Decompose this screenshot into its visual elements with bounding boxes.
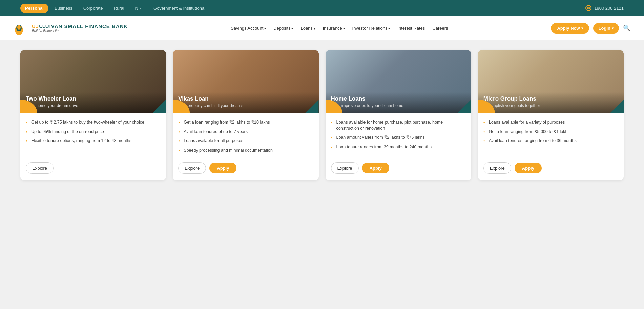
header-nav-deposits[interactable]: Deposits [270,24,296,33]
card-subtitle-micro-group-loans: Accomplish your goals together [483,103,618,108]
card-title-vikas-loan: Vikas Loan [178,95,313,102]
card-title-area-home-loans: Home LoansOwn, improve or build your dre… [326,92,471,113]
card-two-wheeler-loan: Two Wheeler LoanBring home your dream dr… [20,50,166,180]
card-micro-group-loans: Micro Group LoansAccomplish your goals t… [478,50,624,180]
top-nav-item-personal[interactable]: Personal [20,4,48,13]
top-banner-right: ☎ 1800 208 2121 [585,5,624,11]
top-nav-item-nri[interactable]: NRI [130,4,147,13]
card-features-home-loans: Loans available for home purchase, plot … [331,119,466,150]
header-nav-careers[interactable]: Careers [429,24,451,33]
card-feature-item: Loans available for home purchase, plot … [331,119,466,131]
top-nav-item-rural[interactable]: Rural [109,4,129,13]
phone-icon: ☎ [585,5,591,11]
apply-button-vikas-loan[interactable]: Apply [209,163,236,173]
header: UJUJJIVAN SMALL FINANCE BANK Build a Bet… [0,16,644,40]
header-nav-loans[interactable]: Loans [297,24,318,33]
card-title-area-two-wheeler-loan: Two Wheeler LoanBring home your dream dr… [20,92,166,113]
header-nav-investor-relations[interactable]: Investor Relations [349,24,394,33]
header-nav-interest-rates[interactable]: Interest Rates [394,24,428,33]
apply-now-button[interactable]: Apply Now [551,23,589,34]
login-button[interactable]: Login [593,23,619,34]
top-banner: PersonalBusinessCorporateRuralNRIGovernm… [0,0,644,16]
card-actions-home-loans: ExploreApply [331,162,466,174]
card-title-area-micro-group-loans: Micro Group LoansAccomplish your goals t… [478,92,624,113]
card-feature-item: Loan tenure ranges from 39 months to 240… [331,144,466,150]
card-home-loans: Home LoansOwn, improve or build your dre… [326,50,471,180]
explore-button-vikas-loan[interactable]: Explore [178,162,206,174]
card-image-home-loans: Home LoansOwn, improve or build your dre… [326,50,471,113]
card-feature-item: Get a loan ranging from ₹2 lakhs to ₹10 … [178,119,313,126]
header-right: Apply Now Login 🔍 [551,23,630,34]
card-actions-vikas-loan: ExploreApply [178,162,313,174]
apply-button-micro-group-loans[interactable]: Apply [515,163,542,173]
card-feature-item: Flexible tenure options, ranging from 12… [26,138,161,144]
card-subtitle-vikas-loan: Your property can fulfill your dreams [178,103,313,108]
top-nav-item-government-&-institutional[interactable]: Government & Institutional [149,4,210,13]
search-icon[interactable]: 🔍 [623,24,630,32]
card-feature-item: Avail loan tenures of up to 7 years [178,129,313,135]
svg-point-3 [17,25,21,30]
card-subtitle-home-loans: Own, improve or build your dream home [331,103,466,108]
card-features-micro-group-loans: Loans available for a variety of purpose… [483,119,618,144]
header-nav-savings-account[interactable]: Savings Account [227,24,269,33]
main-content: Two Wheeler LoanBring home your dream dr… [0,40,644,309]
logo-tagline: Build a Better Life [32,29,128,33]
logo-name: UJUJJIVAN SMALL FINANCE BANK [32,23,128,29]
card-features-vikas-loan: Get a loan ranging from ₹2 lakhs to ₹10 … [178,119,313,153]
card-title-two-wheeler-loan: Two Wheeler Loan [26,95,161,102]
top-banner-nav: PersonalBusinessCorporateRuralNRIGovernm… [20,4,210,13]
card-actions-micro-group-loans: ExploreApply [483,162,618,174]
cards-grid: Two Wheeler LoanBring home your dream dr… [20,50,624,180]
phone-number: 1800 208 2121 [594,6,624,11]
card-image-micro-group-loans: Micro Group LoansAccomplish your goals t… [478,50,624,113]
top-nav-item-corporate[interactable]: Corporate [79,4,108,13]
card-feature-item: Get a loan ranging from ₹5,000 to ₹1 lak… [483,129,618,135]
card-feature-item: Up to 95% funding of the on-road price [26,129,161,135]
logo-text: UJUJJIVAN SMALL FINANCE BANK Build a Bet… [32,23,128,33]
card-actions-two-wheeler-loan: Explore [26,162,161,174]
card-image-two-wheeler-loan: Two Wheeler LoanBring home your dream dr… [20,50,166,113]
card-title-area-vikas-loan: Vikas LoanYour property can fulfill your… [173,92,318,113]
card-feature-item: Loans available for a variety of purpose… [483,119,618,126]
explore-button-home-loans[interactable]: Explore [331,162,359,174]
card-vikas-loan: Vikas LoanYour property can fulfill your… [173,50,318,180]
header-nav-insurance[interactable]: Insurance [319,24,348,33]
card-feature-item: Loan amount varies from ₹2 lakhs to ₹75 … [331,135,466,141]
card-title-home-loans: Home Loans [331,95,466,102]
apply-button-home-loans[interactable]: Apply [362,163,389,173]
card-feature-item: Loans available for all purposes [178,138,313,144]
card-feature-item: Get up to ₹ 2.75 lakhs to buy the two-wh… [26,119,161,126]
header-nav: Savings AccountDepositsLoansInsuranceInv… [227,24,451,33]
card-image-vikas-loan: Vikas LoanYour property can fulfill your… [173,50,318,113]
explore-button-two-wheeler-loan[interactable]: Explore [26,162,54,174]
card-subtitle-two-wheeler-loan: Bring home your dream drive [26,103,161,108]
logo: UJUJJIVAN SMALL FINANCE BANK Build a Bet… [14,21,128,36]
card-features-two-wheeler-loan: Get up to ₹ 2.75 lakhs to buy the two-wh… [26,119,161,144]
card-title-micro-group-loans: Micro Group Loans [483,95,618,102]
top-nav-item-business[interactable]: Business [50,4,77,13]
card-feature-item: Avail loan tenures ranging from 6 to 36 … [483,138,618,144]
explore-button-micro-group-loans[interactable]: Explore [483,162,511,174]
card-feature-item: Speedy processing and minimal documentat… [178,148,313,154]
logo-icon [14,21,28,36]
